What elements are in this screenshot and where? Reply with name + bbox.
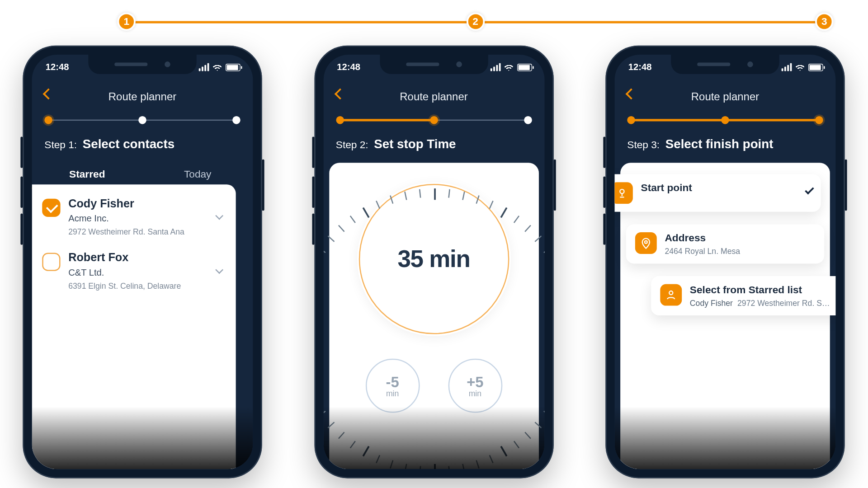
checkbox-unchecked-icon[interactable] [42,253,60,271]
finish-options: Start point Address 2464 Royal Ln. Mesa [620,163,830,469]
wizard-dot-1 [44,116,52,124]
timer-card: 35 min -5 min +5 min [329,163,539,469]
outer-step-connector: 1 2 3 [118,5,834,39]
decrease-time-button[interactable]: -5 min [365,359,420,413]
step-prefix: Step 1: [44,139,77,150]
phone-mockup-2: 12:48 Route planner Step 2: S [314,46,553,479]
back-icon[interactable] [334,88,345,99]
wizard-dot-3 [524,116,532,124]
timer-dial[interactable]: 35 min [357,182,510,336]
page-title: Route planner [108,90,176,103]
wifi-icon [795,63,805,70]
phone-mockup-3: 12:48 Route planner Step 3: S [605,46,844,479]
checkbox-checked-icon[interactable] [42,199,60,217]
increase-time-unit: min [469,389,481,398]
contact-address: 6391 Elgin St. Celina, Delaware [68,281,226,290]
wizard-dot-3 [815,116,823,124]
phone-notch [671,55,779,74]
contact-company: Acme Inc. [68,214,226,227]
option-subtitle: 2464 Royal Ln. Mesa [665,244,815,256]
status-time: 12:48 [628,62,652,72]
phone-notch [88,55,196,74]
option-start-point[interactable]: Start point [615,174,821,212]
outer-step-dot-2: 2 [466,13,484,31]
wizard-dot-1 [336,116,344,124]
option-title: Select from Starred list [690,284,836,296]
option-address[interactable]: Address 2464 Royal Ln. Mesa [626,224,824,263]
battery-icon [517,63,532,70]
person-icon [660,284,682,306]
wizard-dot-3 [232,116,241,124]
step-prefix: Step 3: [627,139,660,150]
status-time: 12:48 [46,62,69,72]
outer-step-dot-3: 3 [815,13,833,31]
wizard-progress [44,115,240,127]
contact-row[interactable]: Cody Fisher Acme Inc. 2972 Westheimer Rd… [42,195,226,249]
wizard-dot-2 [138,116,146,124]
wizard-progress [336,115,532,127]
svg-point-2 [669,291,673,295]
option-contact-name: Cody Fisher [690,298,733,307]
back-icon[interactable] [626,88,637,99]
decrease-time-unit: min [386,389,399,398]
battery-icon [808,63,823,70]
start-point-icon [615,182,633,204]
page-title: Route planner [691,90,759,103]
option-title: Address [665,232,815,244]
option-contact-address: 2972 Westheimer Rd. S… [737,298,830,307]
contact-row[interactable]: Robert Fox C&T Ltd. 6391 Elgin St. Celin… [42,249,226,303]
map-pin-icon [635,232,657,254]
step-title: Select finish point [665,136,774,151]
cellular-icon [490,63,500,71]
svg-point-1 [645,241,647,244]
cellular-icon [782,63,792,71]
increase-time-button[interactable]: +5 min [448,359,502,413]
outer-step-dot-1: 1 [118,13,136,31]
option-title: Start point [641,182,812,194]
step-title: Set stop Time [374,136,456,151]
contact-name: Robert Fox [68,251,226,268]
wizard-dot-2 [721,116,729,124]
option-starred-list[interactable]: Select from Starred list Cody Fisher 297… [651,276,835,315]
status-time: 12:48 [337,62,360,72]
page-title: Route planner [400,90,467,103]
wizard-dot-1 [627,116,635,124]
wifi-icon [504,63,513,70]
contact-company: C&T Ltd. [68,267,226,281]
contact-address: 2972 Westheimer Rd. Santa Ana [68,227,226,236]
contacts-list: Cody Fisher Acme Inc. 2972 Westheimer Rd… [32,184,236,469]
battery-icon [226,63,241,70]
phone-mockup-1: 12:48 Route planner Step 1: S [23,46,262,479]
back-icon[interactable] [43,88,54,99]
contact-name: Cody Fisher [68,197,226,214]
step-title: Select contacts [83,136,175,151]
cellular-icon [199,63,209,71]
step-prefix: Step 2: [336,139,368,150]
wizard-progress [627,115,823,127]
phone-notch [380,55,488,74]
wifi-icon [212,63,222,70]
wizard-dot-2 [430,116,438,124]
svg-point-0 [620,189,624,193]
